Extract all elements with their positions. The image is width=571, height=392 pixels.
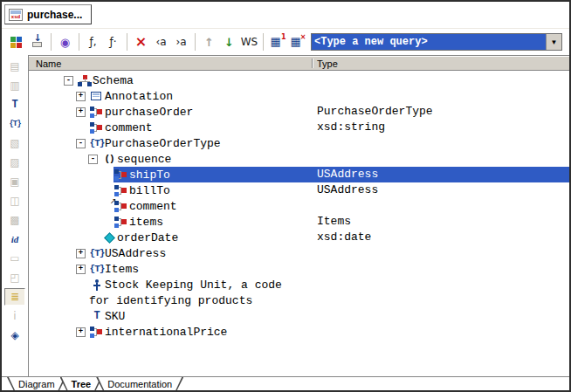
tree-row[interactable]: ↗comment [29,198,569,214]
complextype-icon: {T} [90,138,105,148]
complextype-tool-icon[interactable]: {T} [4,115,25,133]
tab-label: Documentation [107,379,172,389]
tree-item: -Schema [64,72,134,88]
move-up-button[interactable]: ↑ [199,32,219,52]
preview-button[interactable]: ◉ [55,32,75,52]
move-down-button[interactable]: ↓ [219,32,239,52]
tree-item-icon-slot [114,214,129,230]
annotation-tool-icon[interactable]: ≣ [4,288,25,306]
edit-back-label: ‹a [155,36,166,48]
expander-plus-icon[interactable]: + [76,249,86,258]
expander-minus-icon[interactable]: - [76,139,86,148]
mapping-grid-button[interactable] [7,32,27,52]
tool-2-icon: ▥ [4,77,25,94]
tree-item: -()sequence [88,151,171,167]
price-tool-icon[interactable]: ◈ [4,327,25,344]
function-builder-label: ƒ· [109,36,116,48]
expander-plus-icon[interactable]: + [76,107,86,117]
element-icon [114,217,128,228]
delete-item-button[interactable]: × [131,32,151,52]
tree-row[interactable]: orderDatexsd:date [29,230,569,245]
expander-plus-icon[interactable]: + [76,327,86,337]
red-x-icon: × [135,35,147,49]
annotation-icon [90,91,104,102]
tree-item: +internationalPrice [76,324,227,340]
tree-item-type: PurchaseOrderType [317,104,433,120]
tree-row[interactable]: +internationalPrice [29,324,569,340]
table-remove-button[interactable]: ▦× [287,32,307,52]
expander-minus-icon[interactable]: - [88,155,98,164]
window-body: ▤▥T{T}▧▨▣◫▩id▭◰≣i◈ Name Type -Schema+Ann… [2,55,569,376]
grid-header: Name Type [29,56,569,71]
tree-item: for identifying products [76,292,252,308]
grid-one-icon: ▦1 [271,37,285,48]
tool-6-icon: ▨ [4,154,25,171]
tree-item-icon-slot: ↗ [114,198,129,214]
expander-minus-icon[interactable]: - [64,76,73,86]
tree-item-label: purchaseOrder [105,106,193,119]
tree-item: +Annotation [76,88,173,104]
insert-function-label: ƒ, [89,36,96,48]
web-service-button[interactable]: WS [239,32,259,52]
schema-icon [78,75,92,86]
edit-back-button[interactable]: ‹a [151,32,171,52]
tree-item-icon-slot [77,72,93,88]
tree-item-label: shipTo [129,168,170,182]
tree-item: +{T}Items [76,261,139,277]
tree-item-label: PurchaseOrderType [105,137,221,150]
import-data-button[interactable]: ↓ [27,32,47,52]
tree-row[interactable]: shipToUSAddress [29,167,569,182]
tree-item-icon-slot [114,167,129,182]
tree-row[interactable]: for identifying products [29,292,569,308]
tree-item-type: USAddress [317,182,378,198]
toolbar-separator [263,33,264,51]
expander-plus-icon[interactable]: + [76,265,86,274]
xsd-file-icon: xsd [9,9,23,21]
web-service-label: WS [241,36,258,48]
tree-row[interactable]: +{T}Items [29,261,569,277]
tree-row[interactable]: -{T}PurchaseOrderType [29,135,569,151]
table-view-1-button[interactable]: ▦1 [267,32,287,52]
window-title-tab[interactable]: xsd purchase... [4,4,92,24]
tree-item-label: for identifying products [89,294,252,307]
identity-tool-icon[interactable]: id [4,230,25,248]
toolbar-separator [51,33,52,51]
toolbar-separator [79,33,79,51]
tree-item-label: sequence [117,153,171,166]
function-builder-button[interactable]: ƒ· [103,32,123,52]
query-combo[interactable]: <Type a new query> ▼ [311,33,562,51]
edit-forward-button[interactable]: ›a [171,32,191,52]
column-header-type[interactable]: Type [317,58,338,69]
tool-5-icon: ▧ [4,134,25,152]
tree-row[interactable]: -Schema [29,72,569,88]
title-bar: xsd purchase... [2,2,569,28]
insert-function-button[interactable]: ƒ, [83,32,103,52]
text-tool-icon[interactable]: T [4,96,25,113]
tree-row[interactable]: Stock Keeping Unit, a code [29,277,569,292]
tab-diagram[interactable]: Diagram [7,377,66,391]
tree-item-type: xsd:string [317,120,385,135]
tree-row[interactable]: +Annotation [29,88,569,104]
tab-documentation[interactable]: Documentation [96,377,183,391]
tab-label: Tree [72,379,92,389]
main-toolbar: ↓◉ƒ,ƒ·×‹a›a↑↓WS▦1▦× <Type a new query> ▼ [2,28,569,55]
chevron-down-icon: ▼ [551,38,558,46]
tree-row[interactable]: -()sequence [29,151,569,167]
column-header-name[interactable]: Name [36,58,61,69]
tool-9-icon: ▩ [4,211,25,229]
tree-item-type: xsd:date [317,230,371,245]
tree-item-label: comment [129,200,177,213]
tree-item: comment [76,120,153,135]
expander-plus-icon[interactable]: + [76,92,86,101]
tree-row[interactable]: +{T}USAddress [29,245,569,261]
query-combo-value[interactable]: <Type a new query> [312,34,546,50]
tool-7-icon: ▣ [4,173,25,190]
tree-item: +{T}USAddress [76,245,166,261]
tool-11-icon: ▭ [4,250,25,267]
tree-row[interactable]: TSKU [29,308,569,324]
tree-item-type: USAddress [317,167,378,182]
combo-dropdown-button[interactable]: ▼ [546,34,561,50]
tree-row[interactable]: commentxsd:string [29,120,569,135]
tree-row[interactable]: itemsItems [29,214,569,230]
tree-row[interactable]: +purchaseOrderPurchaseOrderType [29,104,569,120]
